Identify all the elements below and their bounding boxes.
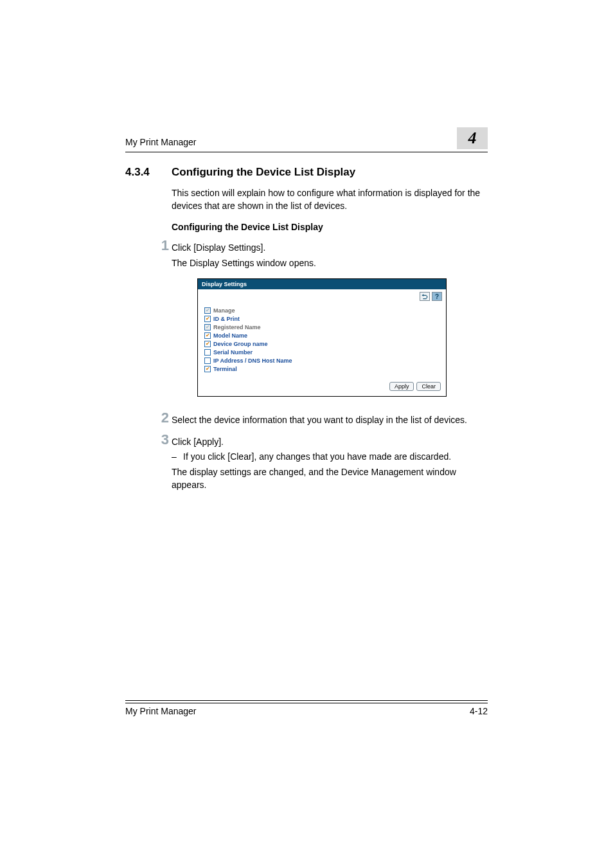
checkbox-icon	[204, 366, 211, 372]
clear-button[interactable]: Clear	[416, 382, 441, 391]
option-label: Model Name	[213, 332, 247, 339]
option-manage[interactable]: Manage	[204, 306, 440, 314]
section-heading: 4.3.4 Configuring the Device List Displa…	[125, 166, 488, 179]
chapter-number: 4	[468, 129, 477, 148]
option-label: Registered Name	[213, 324, 261, 330]
step-number: 2	[151, 410, 169, 426]
step-3: 3 Click [Apply]. If you click [Clear], a…	[172, 435, 488, 491]
option-serial-number[interactable]: Serial Number	[204, 348, 440, 356]
option-label: Manage	[213, 307, 235, 314]
section-intro: This section will explain how to configu…	[172, 186, 488, 213]
display-settings-actions: Apply Clear	[198, 378, 446, 396]
step-note: If you click [Clear], any changes that y…	[172, 450, 488, 463]
option-terminal[interactable]: Terminal	[204, 365, 440, 373]
option-ip-address[interactable]: IP Address / DNS Host Name	[204, 356, 440, 365]
page-footer: My Print Manager 4-12	[125, 706, 488, 716]
step-text: Select the device information that you w…	[172, 413, 488, 426]
checkbox-icon	[204, 341, 211, 347]
display-settings-screenshot: Display Settings ⮌ ? Manage ID & Print R…	[197, 278, 447, 397]
footer-rule-top	[125, 700, 488, 701]
help-button[interactable]: ?	[432, 292, 442, 301]
footer-left: My Print Manager	[125, 706, 196, 716]
step-text: Click [Display Settings].	[172, 241, 488, 254]
option-label: IP Address / DNS Host Name	[213, 357, 292, 364]
checkbox-icon	[204, 349, 211, 356]
step-subtext: The Display Settings window opens.	[172, 257, 488, 269]
step-1: 1 Click [Display Settings]. The Display …	[172, 241, 488, 270]
content-area: 4.3.4 Configuring the Device List Displa…	[125, 166, 488, 497]
checkbox-icon	[204, 324, 211, 330]
option-registered-name[interactable]: Registered Name	[204, 323, 440, 331]
option-label: ID & Print	[213, 316, 240, 322]
step-text: Click [Apply].	[172, 435, 488, 448]
step-number: 1	[151, 237, 169, 254]
section-body: This section will explain how to configu…	[172, 186, 488, 492]
section-title: Configuring the Device List Display	[172, 166, 355, 179]
step-subtext: The display settings are changed, and th…	[172, 466, 488, 492]
back-icon: ⮌	[422, 293, 428, 300]
footer-right: 4-12	[470, 706, 488, 716]
chapter-badge: 4	[457, 127, 488, 149]
running-header: My Print Manager 4	[125, 136, 488, 152]
checkbox-icon	[204, 332, 211, 339]
checkbox-icon	[204, 307, 211, 314]
checkbox-icon	[204, 357, 211, 364]
step-2: 2 Select the device information that you…	[172, 413, 488, 426]
page: My Print Manager 4 4.3.4 Configuring the…	[0, 0, 613, 868]
running-title: My Print Manager	[125, 137, 196, 147]
section-number: 4.3.4	[125, 166, 172, 179]
option-id-print[interactable]: ID & Print	[204, 314, 440, 323]
display-settings-options: Manage ID & Print Registered Name Model …	[198, 306, 446, 378]
display-settings-title: Display Settings	[198, 279, 446, 289]
display-settings-toolbar: ⮌ ?	[198, 289, 446, 306]
option-model-name[interactable]: Model Name	[204, 331, 440, 339]
option-label: Terminal	[213, 366, 237, 372]
option-label: Serial Number	[213, 349, 253, 356]
option-label: Device Group name	[213, 341, 268, 347]
checkbox-icon	[204, 316, 211, 322]
sub-heading: Configuring the Device List Display	[172, 222, 488, 232]
help-icon: ?	[435, 293, 439, 300]
apply-button[interactable]: Apply	[389, 382, 414, 391]
footer-rule-bottom	[125, 703, 488, 703]
step-number: 3	[151, 431, 169, 448]
back-button[interactable]: ⮌	[420, 292, 430, 301]
option-device-group-name[interactable]: Device Group name	[204, 339, 440, 348]
